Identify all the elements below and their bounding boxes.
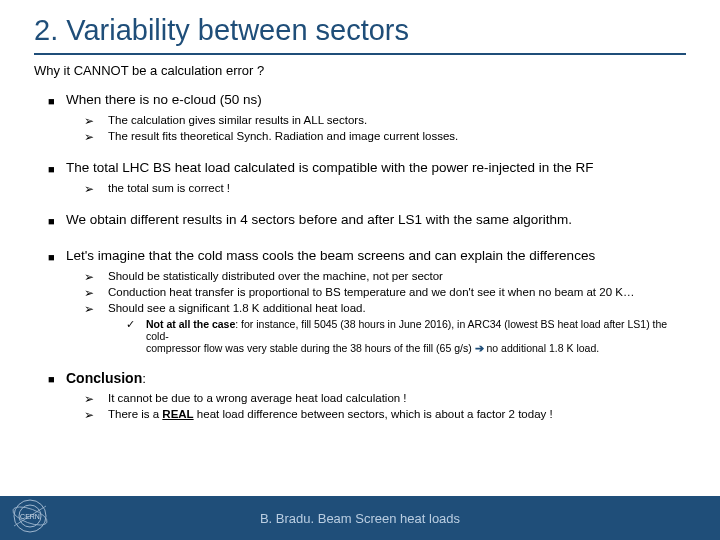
subbullet-text: There is a REAL heat load difference bet… xyxy=(108,408,553,422)
slide: 2. Variability between sectors Why it CA… xyxy=(0,0,720,540)
square-icon: ■ xyxy=(48,212,66,230)
square-icon: ■ xyxy=(48,92,66,110)
chevron-icon: ➢ xyxy=(84,286,108,300)
bullet-row: ■ Conclusion: xyxy=(48,370,686,388)
bullet-row: ■ When there is no e-cloud (50 ns) xyxy=(48,92,686,110)
slide-title: 2. Variability between sectors xyxy=(34,14,686,55)
subbullet-row: ➢ Should see a significant 1.8 K additio… xyxy=(84,302,686,316)
subbullet-text: Should be statistically distributed over… xyxy=(108,270,443,284)
footer-text: B. Bradu. Beam Screen heat loads xyxy=(260,511,460,526)
bullet-text: When there is no e-cloud (50 ns) xyxy=(66,92,262,110)
bullet-row: ■ The total LHC BS heat load calculated … xyxy=(48,160,686,178)
subbullet-text: It cannot be due to a wrong average heat… xyxy=(108,392,407,406)
bullet-text: The total LHC BS heat load calculated is… xyxy=(66,160,594,178)
subbullet-row: ➢ The result fits theoretical Synch. Rad… xyxy=(84,130,686,144)
chevron-icon: ➢ xyxy=(84,408,108,422)
subbullet-text: the total sum is correct ! xyxy=(108,182,230,196)
chevron-icon: ➢ xyxy=(84,302,108,316)
text-part: There is a xyxy=(108,408,162,420)
arrow-icon: ➔ xyxy=(475,342,484,354)
bullet-row: ■ Let's imagine that the cold mass cools… xyxy=(48,248,686,266)
chevron-icon: ➢ xyxy=(84,182,108,196)
subbullet-text: Conduction heat transfer is proportional… xyxy=(108,286,634,300)
chevron-icon: ➢ xyxy=(84,130,108,144)
text-part: no additional 1.8 K load. xyxy=(484,342,600,354)
text-part: heat load difference between sectors, wh… xyxy=(194,408,553,420)
subbullet-text: Should see a significant 1.8 K additiona… xyxy=(108,302,366,316)
svg-text:CERN: CERN xyxy=(20,513,40,520)
emphasis: REAL xyxy=(162,408,193,420)
subbullet-row: ➢ The calculation gives similar results … xyxy=(84,114,686,128)
subbullet-row: ➢ the total sum is correct ! xyxy=(84,182,686,196)
check-icon: ✓ xyxy=(126,318,146,354)
chevron-icon: ➢ xyxy=(84,114,108,128)
subbullet-row: ➢ There is a REAL heat load difference b… xyxy=(84,408,686,422)
subbullet-text: The calculation gives similar results in… xyxy=(108,114,367,128)
subbullet-row: ➢ Should be statistically distributed ov… xyxy=(84,270,686,284)
square-icon: ■ xyxy=(48,370,66,388)
chevron-icon: ➢ xyxy=(84,392,108,406)
subbullet-row: ➢ Conduction heat transfer is proportion… xyxy=(84,286,686,300)
bullet-text: Let's imagine that the cold mass cools t… xyxy=(66,248,595,266)
square-icon: ■ xyxy=(48,160,66,178)
footer-bar: B. Bradu. Beam Screen heat loads xyxy=(0,496,720,540)
chevron-icon: ➢ xyxy=(84,270,108,284)
subbullet-row: ➢ It cannot be due to a wrong average he… xyxy=(84,392,686,406)
emphasis: Not at all the case xyxy=(146,318,235,330)
conclusion-label: Conclusion xyxy=(66,370,142,386)
slide-subtitle: Why it CANNOT be a calculation error ? xyxy=(34,63,686,78)
conclusion-heading: Conclusion: xyxy=(66,370,146,388)
text-part: compressor flow was very stable during t… xyxy=(146,342,475,354)
subbullet-text: The result fits theoretical Synch. Radia… xyxy=(108,130,458,144)
bullet-text: We obtain different results in 4 sectors… xyxy=(66,212,572,230)
colon: : xyxy=(142,371,146,386)
bullet-row: ■ We obtain different results in 4 secto… xyxy=(48,212,686,230)
cern-logo-icon: CERN xyxy=(10,496,50,536)
square-icon: ■ xyxy=(48,248,66,266)
subsubbullet-text: Not at all the case: for instance, fill … xyxy=(146,318,686,354)
subsubbullet-row: ✓ Not at all the case: for instance, fil… xyxy=(126,318,686,354)
